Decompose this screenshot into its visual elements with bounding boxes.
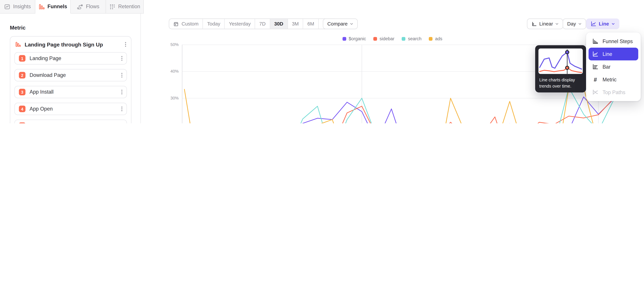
line-chart-icon xyxy=(592,51,598,57)
step-kebab-icon[interactable] xyxy=(121,89,122,95)
tab-label: Retention xyxy=(118,4,140,10)
legend-swatch xyxy=(342,37,346,40)
line-chart-preview xyxy=(538,48,583,74)
step-kebab-icon[interactable] xyxy=(121,72,122,78)
scale-button[interactable]: Linear xyxy=(527,18,563,29)
legend-item[interactable]: search xyxy=(402,36,422,41)
chevron-down-icon xyxy=(612,22,615,26)
tab-funnels[interactable]: Funnels xyxy=(36,0,71,14)
step-number-badge: 4 xyxy=(19,106,26,112)
flows-icon xyxy=(77,4,83,10)
menu-item-bar[interactable]: Bar xyxy=(588,60,638,73)
legend-item[interactable]: $organic xyxy=(342,36,366,41)
chart-type-menu: Funnel Steps Line Bar # Metric xyxy=(586,32,641,101)
query-sidebar: Metric Landing Page through Sign Up 1 La… xyxy=(0,14,141,123)
funnel-step-3[interactable]: 3 App Install xyxy=(14,86,127,98)
funnel-step-1[interactable]: 1 Landing Page xyxy=(14,52,127,64)
step-label: Landing Page xyxy=(30,56,117,61)
menu-item-top-paths[interactable]: Top Paths xyxy=(588,86,638,99)
y-axis-label: 30% xyxy=(153,96,178,100)
tab-flows[interactable]: Flows xyxy=(70,0,106,14)
metric-card: Landing Page through Sign Up 1 Landing P… xyxy=(10,36,132,123)
tab-insights[interactable]: Insights xyxy=(0,0,36,14)
step-kebab-icon[interactable] xyxy=(121,56,122,61)
y-axis-label: 50% xyxy=(153,42,178,47)
legend-item[interactable]: sidebar xyxy=(374,36,394,41)
range-3m[interactable]: 3M xyxy=(288,19,303,29)
tab-label: Insights xyxy=(13,4,31,10)
funnel-steps-list: 1 Landing Page 2 Download Page 3 App Ins… xyxy=(10,52,131,123)
top-paths-icon xyxy=(592,89,598,95)
metric-section-title: Metric xyxy=(10,25,26,31)
step-number-badge: 1 xyxy=(19,55,26,62)
series-line-organic[interactable] xyxy=(184,97,613,123)
metric-hash-icon: # xyxy=(592,76,598,83)
metric-name: Landing Page through Sign Up xyxy=(25,41,121,48)
linear-scale-icon xyxy=(532,21,537,26)
compare-button[interactable]: Compare xyxy=(323,18,358,29)
insights-icon xyxy=(4,4,10,10)
chart-type-tooltip: Line charts display trends over time. xyxy=(535,45,586,92)
chart-type-button[interactable]: Line xyxy=(586,18,619,29)
legend-swatch xyxy=(374,37,377,40)
funnel-step-2[interactable]: 2 Download Page xyxy=(14,69,127,81)
chevron-down-icon xyxy=(350,22,353,26)
range-6m[interactable]: 6M xyxy=(303,19,319,29)
chevron-down-icon xyxy=(556,22,559,26)
funnel-steps-icon xyxy=(592,38,598,44)
metric-header[interactable]: Landing Page through Sign Up xyxy=(10,36,131,52)
step-number-badge: 5 xyxy=(19,122,26,123)
legend-swatch xyxy=(429,37,432,40)
range-7d[interactable]: 7D xyxy=(255,19,270,29)
step-label: Download Page xyxy=(30,72,117,78)
funnel-step-4[interactable]: 4 App Open xyxy=(14,103,127,115)
retention-icon xyxy=(109,4,116,10)
metric-kebab-icon[interactable] xyxy=(124,42,126,47)
menu-item-funnel-steps[interactable]: Funnel Steps xyxy=(588,35,638,48)
funnel-step-5[interactable]: 5 Sign Up xyxy=(14,120,127,123)
app: Insights Funnels Flows xyxy=(0,0,644,123)
interval-button[interactable]: Day xyxy=(563,18,586,29)
funnels-icon xyxy=(38,4,44,10)
tab-retention[interactable]: Retention xyxy=(106,0,144,14)
step-kebab-icon[interactable] xyxy=(121,106,122,112)
menu-item-line[interactable]: Line xyxy=(588,48,638,60)
y-axis-label: 40% xyxy=(153,69,178,74)
step-kebab-icon[interactable] xyxy=(121,123,122,123)
chart-legend: $organic sidebar search ads xyxy=(141,36,644,41)
legend-swatch xyxy=(402,37,406,40)
series-line-search[interactable] xyxy=(184,88,613,123)
calendar-icon xyxy=(173,21,178,26)
series-line-ads[interactable] xyxy=(184,88,613,123)
range-30d[interactable]: 30D xyxy=(270,19,288,29)
tab-label: Funnels xyxy=(48,4,67,10)
tab-label: Flows xyxy=(86,4,99,10)
range-custom[interactable]: Custom xyxy=(169,19,203,29)
line-chart-icon xyxy=(591,21,596,27)
chevron-down-icon xyxy=(578,22,582,26)
range-yesterday[interactable]: Yesterday xyxy=(225,19,255,29)
range-today[interactable]: Today xyxy=(203,19,225,29)
funnel-metric-icon xyxy=(15,42,21,47)
step-label: App Install xyxy=(30,89,117,95)
step-label: Sign Up xyxy=(30,123,117,123)
menu-item-metric[interactable]: # Metric xyxy=(588,73,638,86)
legend-item[interactable]: ads xyxy=(429,36,442,41)
step-label: App Open xyxy=(30,106,117,112)
series-line-sidebar[interactable] xyxy=(184,99,613,123)
report-tabs: Insights Funnels Flows xyxy=(0,0,144,14)
y-axis-label: 20% xyxy=(153,122,178,123)
step-number-badge: 3 xyxy=(19,89,26,95)
step-number-badge: 2 xyxy=(19,72,26,78)
date-range-control: Custom Today Yesterday 7D 30D 3M 6M 12M xyxy=(169,18,337,29)
report-main: Custom Today Yesterday 7D 30D 3M 6M 12M … xyxy=(141,0,644,123)
tooltip-text: Line charts display trends over time. xyxy=(538,74,583,90)
bar-chart-icon xyxy=(592,64,598,70)
